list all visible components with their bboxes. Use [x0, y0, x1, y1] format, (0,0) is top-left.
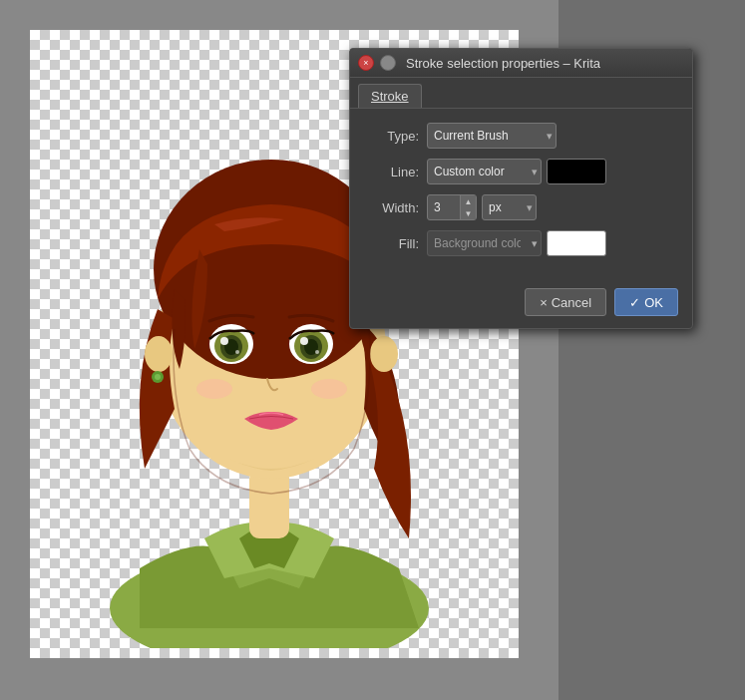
tab-stroke[interactable]: Stroke	[358, 84, 422, 108]
line-controls: Custom color Foreground color Background…	[427, 159, 678, 184]
ok-button[interactable]: ✓ OK	[614, 288, 678, 316]
svg-point-5	[370, 336, 398, 372]
svg-point-21	[311, 379, 347, 399]
close-button[interactable]: ×	[358, 55, 374, 71]
cancel-icon: ×	[540, 295, 548, 310]
line-label: Line:	[364, 165, 419, 179]
svg-point-12	[220, 337, 228, 345]
svg-point-20	[196, 379, 232, 399]
svg-point-18	[300, 337, 308, 345]
line-color-swatch[interactable]	[547, 159, 606, 184]
svg-rect-1	[249, 469, 289, 538]
unit-dropdown[interactable]: px mm in	[482, 194, 537, 220]
width-spinbox-wrapper: ▲ ▼	[427, 194, 477, 220]
fill-color-swatch[interactable]	[547, 230, 606, 256]
minimize-button[interactable]	[380, 55, 396, 71]
line-dropdown[interactable]: Custom color Foreground color Background…	[427, 159, 542, 184]
dialog-titlebar: × Stroke selection properties – Krita	[350, 49, 692, 78]
dialog-body: Type: Current Brush None Line: Custom co…	[350, 109, 692, 280]
width-controls: ▲ ▼ px mm in	[427, 194, 678, 220]
fill-dropdown[interactable]: Background color Foreground color None	[427, 230, 542, 256]
spinbox-arrows: ▲ ▼	[460, 195, 476, 219]
type-controls: Current Brush None	[427, 123, 678, 149]
fill-select-wrapper: Background color Foreground color None	[427, 230, 542, 256]
dialog-footer: × Cancel ✓ OK	[350, 280, 692, 328]
type-dropdown[interactable]: Current Brush None	[427, 123, 557, 149]
stroke-dialog: × Stroke selection properties – Krita St…	[349, 48, 693, 329]
unit-select-wrapper: px mm in	[482, 194, 537, 220]
ok-label: OK	[644, 295, 663, 310]
cancel-label: Cancel	[552, 295, 591, 310]
spinbox-up-button[interactable]: ▲	[461, 195, 476, 207]
ok-icon: ✓	[629, 295, 640, 310]
dialog-title: Stroke selection properties – Krita	[406, 56, 600, 71]
svg-point-19	[315, 350, 319, 354]
width-label: Width:	[364, 200, 419, 215]
svg-point-4	[145, 336, 173, 372]
line-select-wrapper: Custom color Foreground color Background…	[427, 159, 542, 184]
fill-row: Fill: Background color Foreground color …	[364, 230, 678, 256]
svg-point-13	[235, 350, 239, 354]
dialog-tabs: Stroke	[350, 78, 692, 109]
fill-controls: Background color Foreground color None	[427, 230, 678, 256]
width-row: Width: ▲ ▼ px mm in	[364, 194, 678, 220]
type-select-wrapper: Current Brush None	[427, 123, 557, 149]
fill-label: Fill:	[364, 236, 419, 251]
spinbox-down-button[interactable]: ▼	[461, 207, 476, 219]
type-row: Type: Current Brush None	[364, 123, 678, 149]
type-label: Type:	[364, 129, 419, 144]
svg-point-7	[155, 374, 161, 380]
line-row: Line: Custom color Foreground color Back…	[364, 159, 678, 184]
cancel-button[interactable]: × Cancel	[525, 288, 606, 316]
